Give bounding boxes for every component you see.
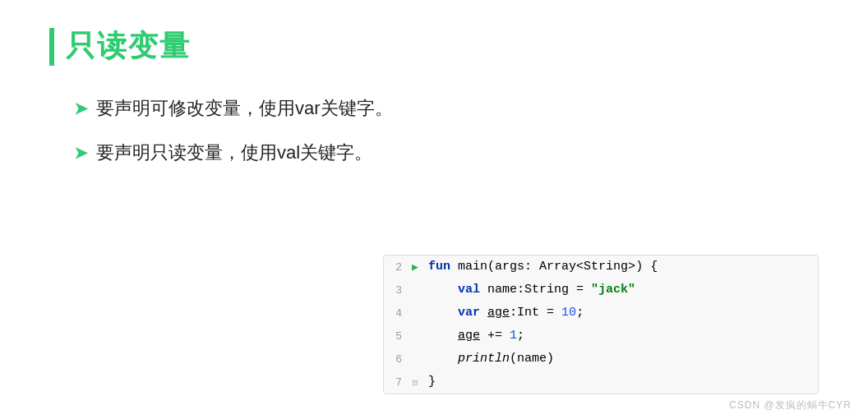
bullet-item-2: ➤ 要声明只读变量，使用val关键字。 bbox=[74, 140, 819, 165]
line-num-5: 5 bbox=[384, 330, 407, 343]
code-content-4: var age:Int = 10; bbox=[423, 302, 584, 325]
code-panel-wrapper: 2 ▶ fun main(args: Array<String>) { 3 va… bbox=[383, 255, 819, 394]
code-content-6: println(name) bbox=[423, 348, 554, 371]
code-line-7: 7 ⊟ } bbox=[384, 371, 818, 394]
bullet-arrow-2: ➤ bbox=[74, 143, 88, 163]
line-num-7: 7 bbox=[384, 376, 407, 389]
code-line-3: 3 val name:String = "jack" bbox=[384, 279, 818, 302]
code-line-4: 4 var age:Int = 10; bbox=[384, 302, 818, 325]
code-line-2: 2 ▶ fun main(args: Array<String>) { bbox=[384, 256, 818, 279]
code-content-5: age += 1; bbox=[423, 325, 524, 348]
line-num-2: 2 bbox=[384, 261, 407, 274]
bullet-section: ➤ 要声明可修改变量，使用var关键字。 ➤ 要声明只读变量，使用val关键字。 bbox=[74, 96, 819, 165]
code-content-2: fun main(args: Array<String>) { bbox=[423, 256, 658, 279]
run-icon-2: ▶ bbox=[407, 260, 423, 274]
page-title: 只读变量 bbox=[66, 26, 191, 67]
fold-icon-7: ⊟ bbox=[407, 375, 423, 389]
bullet-text-2: 要声明只读变量，使用val关键字。 bbox=[96, 140, 372, 165]
bullet-arrow-1: ➤ bbox=[74, 99, 88, 118]
bullet-text-1: 要声明可修改变量，使用var关键字。 bbox=[96, 96, 393, 121]
line-num-3: 3 bbox=[384, 284, 407, 297]
line-num-6: 6 bbox=[384, 353, 407, 366]
line-num-4: 4 bbox=[384, 307, 407, 320]
code-content-7: } bbox=[423, 371, 436, 394]
code-line-6: 6 println(name) bbox=[384, 348, 818, 371]
title-row: 只读变量 bbox=[49, 26, 819, 67]
bullet-item-1: ➤ 要声明可修改变量，使用var关键字。 bbox=[74, 96, 819, 121]
code-panel: 2 ▶ fun main(args: Array<String>) { 3 va… bbox=[383, 255, 819, 394]
slide-container: 只读变量 ➤ 要声明可修改变量，使用var关键字。 ➤ 要声明只读变量，使用va… bbox=[0, 0, 868, 419]
code-content-3: val name:String = "jack" bbox=[423, 279, 635, 302]
code-line-5: 5 age += 1; bbox=[384, 325, 818, 348]
title-bar bbox=[49, 28, 54, 66]
watermark: CSDN @发疯的蜗牛CYR bbox=[729, 398, 852, 412]
